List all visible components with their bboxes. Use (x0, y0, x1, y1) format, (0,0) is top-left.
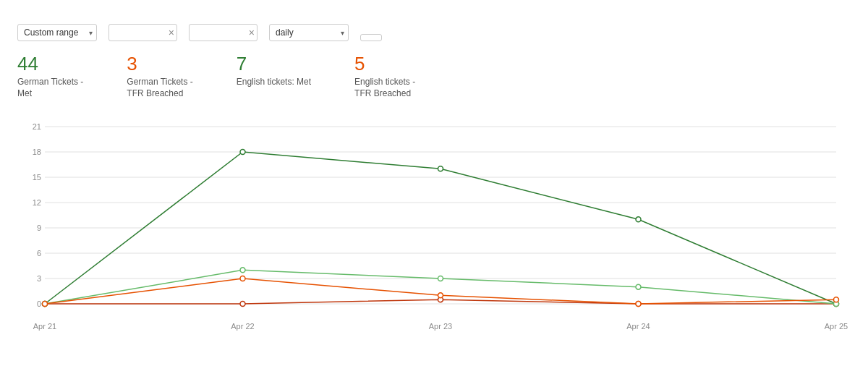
metric-label-3: English tickets - TFR Breached (354, 77, 415, 99)
show-select[interactable]: Custom range Last 7 days Last 30 days (17, 24, 97, 41)
metric-value-3: 5 (354, 53, 415, 75)
period-select-wrapper: daily weekly monthly ▾ (269, 24, 349, 41)
update-button[interactable] (360, 34, 382, 41)
svg-text:9: 9 (37, 224, 41, 232)
svg-text:0: 0 (37, 299, 41, 308)
controls-bar: Custom range Last 7 days Last 30 days ▾ … (17, 22, 851, 41)
svg-point-27 (240, 302, 245, 307)
period-select[interactable]: daily weekly monthly (269, 24, 349, 41)
svg-text:Apr 24: Apr 24 (626, 322, 650, 331)
show-select-wrapper: Custom range Last 7 days Last 30 days ▾ (17, 24, 97, 41)
svg-point-40 (834, 297, 839, 302)
svg-point-32 (240, 268, 245, 273)
svg-point-37 (240, 276, 245, 281)
from-input[interactable] (109, 24, 177, 41)
svg-text:6: 6 (37, 249, 41, 258)
to-input[interactable] (189, 24, 258, 41)
period-control: daily weekly monthly ▾ (269, 22, 349, 41)
to-input-wrapper: × (189, 24, 258, 41)
svg-text:3: 3 (37, 274, 41, 283)
to-control: × (189, 22, 258, 41)
svg-point-36 (43, 302, 48, 307)
from-input-wrapper: × (109, 24, 177, 41)
metric-label-0: German Tickets - Met (17, 77, 83, 99)
svg-text:21: 21 (33, 122, 41, 131)
metric-label-2: English tickets: Met (237, 77, 311, 88)
svg-text:Apr 22: Apr 22 (231, 322, 254, 331)
svg-text:Apr 25: Apr 25 (825, 322, 848, 331)
page-container: Custom range Last 7 days Last 30 days ▾ … (0, 0, 868, 387)
metric-item-0: 44German Tickets - Met (17, 53, 83, 99)
metric-value-2: 7 (237, 53, 311, 75)
svg-point-24 (636, 217, 641, 222)
metric-item-1: 3German Tickets - TFR Breached (127, 53, 192, 99)
to-clear-button[interactable]: × (249, 27, 255, 38)
metric-item-3: 5English tickets - TFR Breached (354, 53, 415, 99)
svg-point-38 (438, 293, 443, 298)
metric-label-1: German Tickets - TFR Breached (127, 77, 192, 99)
metric-value-0: 44 (17, 53, 83, 75)
svg-text:12: 12 (33, 198, 41, 207)
show-control: Custom range Last 7 days Last 30 days ▾ (17, 22, 97, 41)
metric-item-2: 7English tickets: Met (237, 53, 311, 99)
svg-point-22 (240, 150, 245, 155)
metric-value-1: 3 (127, 53, 192, 75)
svg-text:Apr 23: Apr 23 (429, 322, 452, 331)
from-clear-button[interactable]: × (169, 27, 174, 38)
svg-text:15: 15 (33, 173, 41, 182)
svg-text:Apr 21: Apr 21 (33, 322, 56, 331)
svg-point-34 (636, 284, 641, 289)
svg-text:18: 18 (33, 148, 41, 156)
svg-point-33 (438, 276, 443, 281)
metrics-row: 44German Tickets - Met3German Tickets - … (17, 53, 851, 99)
from-control: × (109, 22, 177, 41)
line-chart: 036912151821Apr 21Apr 22Apr 23Apr 24Apr … (17, 112, 851, 336)
chart-area: 036912151821Apr 21Apr 22Apr 23Apr 24Apr … (17, 112, 851, 336)
svg-point-39 (636, 302, 641, 307)
svg-point-23 (438, 166, 443, 171)
